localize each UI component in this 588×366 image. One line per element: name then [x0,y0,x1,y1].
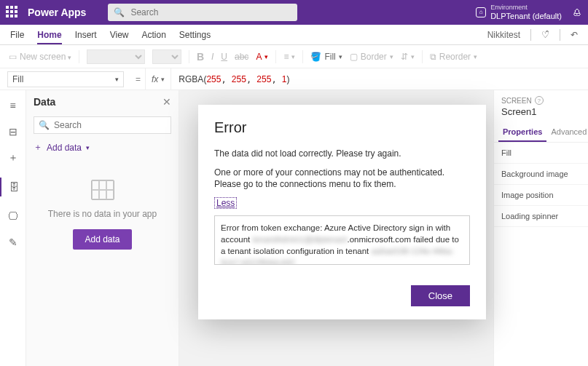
menu-bar: File Home Insert View Action Settings Ni… [0,25,588,45]
formula-input[interactable]: RGBA(255, 255, 255, 1) [171,74,289,84]
font-picker[interactable] [87,49,145,64]
screen-name: Screen1 [501,106,581,117]
user-name[interactable]: Nikkitest [487,30,520,40]
prop-background-image[interactable]: Background image [494,164,588,185]
prop-image-position[interactable]: Image position [494,185,588,206]
bold-button[interactable]: B [197,51,204,63]
environment-name: DLPTenant (default) [490,12,562,20]
menu-file[interactable]: File [10,30,24,40]
fill-button[interactable]: 🪣 Fill [310,52,342,62]
error-line-1: The data did not load correctly. Please … [214,148,470,159]
close-button[interactable]: Close [411,285,470,306]
properties-panel: SCREEN? Screen1 Properties Advanced Fill… [493,90,588,366]
reorder-icon: ⧉ [430,52,436,62]
app-launcher-icon[interactable] [6,6,19,19]
search-icon: 🔍 [114,7,125,17]
border-button[interactable]: ▢ Border [350,52,393,62]
add-icon[interactable]: ＋ [7,151,20,164]
plus-icon: ＋ [34,141,42,154]
screen-label: SCREEN? [501,96,581,105]
data-panel-title: Data [34,96,55,108]
fill-icon: 🪣 [310,52,321,62]
insert-pane-icon[interactable]: ⊟ [7,125,20,138]
left-rail: ≡ ⊟ ＋ 🗄 🖵 ✎ [0,90,26,366]
font-size-picker[interactable] [152,49,181,64]
reorder-button[interactable]: ⧉ Reorder [430,52,477,62]
empty-data-message: There is no data in your app [48,209,157,219]
help-icon[interactable]: ? [535,96,544,105]
environment-picker[interactable]: ⌂ Environment DLPTenant (default) [476,4,562,20]
error-details-box[interactable]: Error from token exchange: Azure Active … [214,215,470,265]
toggle-less-link[interactable]: Less [214,197,237,209]
brand-bar: Power Apps 🔍 ⌂ Environment DLPTenant (de… [0,0,588,25]
error-line-2: One or more of your connections may not … [214,167,470,190]
menu-insert[interactable]: Insert [75,30,97,40]
menu-view[interactable]: View [110,30,129,40]
close-panel-icon[interactable]: ✕ [162,96,171,108]
error-dialog: Error The data did not load correctly. P… [198,105,486,319]
format-toolbar: ▭New screen B I U abc A ≡ 🪣 Fill ▢ Borde… [0,45,588,68]
environment-label: Environment [490,4,562,12]
align-button-2[interactable]: ⇵ [401,52,415,62]
data-search-input[interactable] [52,119,166,131]
fx-button[interactable]: fx▾ [145,68,171,89]
new-screen-icon: ▭ [9,52,17,62]
tab-advanced[interactable]: Advanced [546,123,588,142]
tree-view-icon[interactable]: ≡ [7,99,20,112]
italic-button[interactable]: I [211,52,213,62]
property-selector[interactable]: Fill▾ [7,71,124,87]
data-panel: Data ✕ 🔍 ＋Add data There is no data in y… [26,90,179,366]
menu-action[interactable]: Action [142,30,166,40]
prop-fill[interactable]: Fill [494,143,588,164]
media-icon[interactable]: 🖵 [7,210,20,223]
divider [560,29,560,41]
menu-settings[interactable]: Settings [179,30,211,40]
formula-bar: Fill▾ = fx▾ RGBA(255, 255, 255, 1) [0,68,588,90]
environment-icon: ⌂ [476,7,486,17]
underline-button[interactable]: U [221,52,227,62]
data-pane-icon[interactable]: 🗄 [7,180,20,194]
checker-icon[interactable]: ♡̑ [541,30,549,40]
prop-loading-spinner[interactable]: Loading spinner [494,206,588,227]
error-title: Error [214,119,470,136]
tab-properties[interactable]: Properties [498,123,546,142]
font-color-button[interactable]: A [256,52,268,62]
border-icon: ▢ [350,52,358,62]
data-search[interactable]: 🔍 [34,116,171,134]
strike-button[interactable]: abc [235,52,248,62]
align-button[interactable]: ≡ [283,52,295,62]
divider [530,29,531,41]
global-search-input[interactable] [129,7,291,18]
new-screen-button[interactable]: ▭New screen [9,52,71,62]
undo-icon[interactable]: ↶ [571,30,578,40]
add-data-link[interactable]: ＋Add data [34,141,171,154]
search-icon: 🔍 [39,120,50,130]
add-data-button[interactable]: Add data [73,229,131,250]
notifications-icon[interactable]: 🕭 [572,7,582,18]
table-empty-icon [91,180,114,200]
tools-icon[interactable]: ✎ [7,236,20,249]
brand-title: Power Apps [28,7,86,18]
menu-home[interactable]: Home [37,30,61,44]
global-search[interactable]: 🔍 [108,4,297,21]
